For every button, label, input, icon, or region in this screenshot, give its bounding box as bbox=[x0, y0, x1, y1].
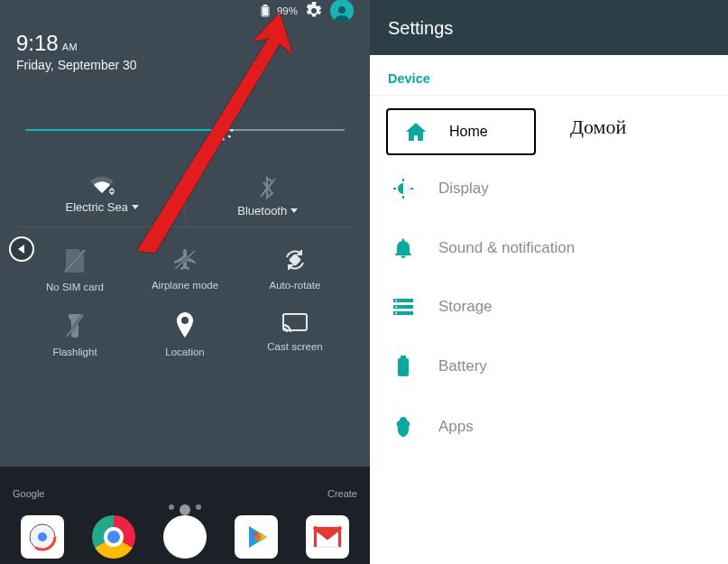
bluetooth-tile[interactable]: Bluetooth bbox=[186, 171, 351, 227]
svg-point-4 bbox=[219, 126, 226, 134]
svg-rect-39 bbox=[398, 358, 409, 376]
rotate-tile[interactable]: Auto-rotate bbox=[240, 236, 350, 301]
bluetooth-icon bbox=[259, 175, 277, 200]
home-icon bbox=[406, 123, 426, 141]
bell-icon bbox=[392, 238, 415, 258]
svg-rect-18 bbox=[289, 254, 301, 266]
profile-avatar[interactable] bbox=[330, 0, 354, 23]
annotation-home-ru: Домой bbox=[570, 116, 626, 139]
wifi-label: Electric Sea bbox=[66, 200, 128, 214]
settings-item-home[interactable]: Home bbox=[386, 108, 536, 155]
storage-icon bbox=[392, 299, 415, 315]
battery-text: 99% bbox=[277, 5, 298, 16]
svg-line-10 bbox=[228, 135, 230, 137]
svg-rect-2 bbox=[263, 7, 268, 15]
svg-line-12 bbox=[228, 123, 230, 125]
battery-icon bbox=[261, 5, 270, 17]
chevron-down-icon bbox=[132, 205, 139, 209]
wifi-tile[interactable]: Electric Sea bbox=[20, 171, 186, 227]
rotate-icon bbox=[282, 247, 308, 273]
create-hint: Create bbox=[327, 488, 357, 499]
settings-item-label: Sound & notification bbox=[438, 239, 575, 257]
settings-item-display[interactable]: Display bbox=[370, 159, 728, 218]
clock-date: Friday, September 30 bbox=[16, 58, 354, 72]
svg-rect-1 bbox=[263, 5, 267, 6]
quick-settings-panel: 99% 9:18 AM Friday, September 30 bbox=[0, 0, 370, 564]
svg-point-37 bbox=[395, 306, 397, 308]
wifi-icon bbox=[88, 175, 115, 197]
chevron-down-icon bbox=[290, 208, 298, 213]
svg-rect-40 bbox=[401, 356, 406, 358]
settings-item-label: Apps bbox=[438, 418, 474, 436]
settings-item-label: Home bbox=[449, 124, 488, 140]
gear-icon[interactable] bbox=[305, 2, 323, 20]
flashlight-icon bbox=[65, 312, 85, 339]
app-drawer-icon[interactable] bbox=[163, 515, 207, 559]
flashlight-label: Flashlight bbox=[52, 347, 97, 357]
dock bbox=[7, 515, 363, 559]
cast-tile[interactable]: Cast screen bbox=[240, 301, 350, 366]
page-indicator bbox=[0, 504, 370, 515]
airplane-tile[interactable]: Airplane mode bbox=[130, 236, 240, 301]
location-icon bbox=[175, 312, 195, 339]
svg-point-24 bbox=[38, 532, 47, 541]
settings-item-apps[interactable]: Apps bbox=[370, 397, 728, 457]
settings-item-sound[interactable]: Sound & notification bbox=[370, 218, 728, 278]
apps-icon bbox=[392, 417, 415, 437]
chrome-app-icon[interactable] bbox=[92, 515, 135, 559]
svg-rect-21 bbox=[283, 314, 307, 330]
location-tile[interactable]: Location bbox=[130, 301, 240, 366]
settings-screen: Settings Device Home Домой Display Sound… bbox=[370, 0, 728, 564]
svg-point-38 bbox=[395, 312, 397, 314]
home-screen-dimmed: Google Create bbox=[0, 467, 370, 564]
settings-item-battery[interactable]: Battery bbox=[370, 336, 728, 397]
display-icon bbox=[392, 179, 415, 199]
settings-item-label: Battery bbox=[438, 357, 487, 375]
shade-header: 9:18 AM Friday, September 30 bbox=[0, 22, 370, 85]
location-label: Location bbox=[165, 347, 204, 357]
cast-label: Cast screen bbox=[267, 341, 322, 352]
settings-item-storage[interactable]: Storage bbox=[370, 278, 728, 336]
svg-point-36 bbox=[395, 300, 397, 301]
cast-icon bbox=[281, 312, 309, 334]
appbar-title: Settings bbox=[388, 18, 453, 38]
rotate-label: Auto-rotate bbox=[270, 280, 321, 291]
svg-line-11 bbox=[217, 135, 218, 137]
battery-icon bbox=[392, 356, 415, 377]
brightness-slider[interactable] bbox=[25, 112, 345, 148]
settings-item-label: Storage bbox=[438, 298, 493, 316]
status-bar: 99% bbox=[0, 0, 370, 22]
airplane-label: Airplane mode bbox=[152, 280, 218, 291]
bluetooth-label: Bluetooth bbox=[237, 204, 287, 217]
section-header-device: Device bbox=[370, 55, 728, 96]
svg-point-3 bbox=[338, 6, 346, 14]
clock-ampm: AM bbox=[62, 42, 78, 52]
svg-line-9 bbox=[217, 123, 218, 125]
airplane-icon bbox=[172, 247, 198, 273]
sim-icon bbox=[63, 247, 87, 274]
sim-label: No SIM card bbox=[46, 282, 104, 292]
gmail-app-icon[interactable] bbox=[306, 515, 349, 559]
brightness-icon[interactable] bbox=[211, 118, 235, 143]
play-store-icon[interactable] bbox=[235, 515, 278, 559]
appbar: Settings bbox=[370, 0, 728, 55]
flashlight-tile[interactable]: Flashlight bbox=[20, 301, 130, 366]
browser-app-icon[interactable] bbox=[21, 515, 64, 559]
settings-item-label: Display bbox=[438, 180, 489, 198]
sim-tile[interactable]: No SIM card bbox=[20, 236, 130, 301]
google-hint: Google bbox=[13, 488, 44, 499]
clock-time: 9:18 bbox=[16, 31, 59, 56]
